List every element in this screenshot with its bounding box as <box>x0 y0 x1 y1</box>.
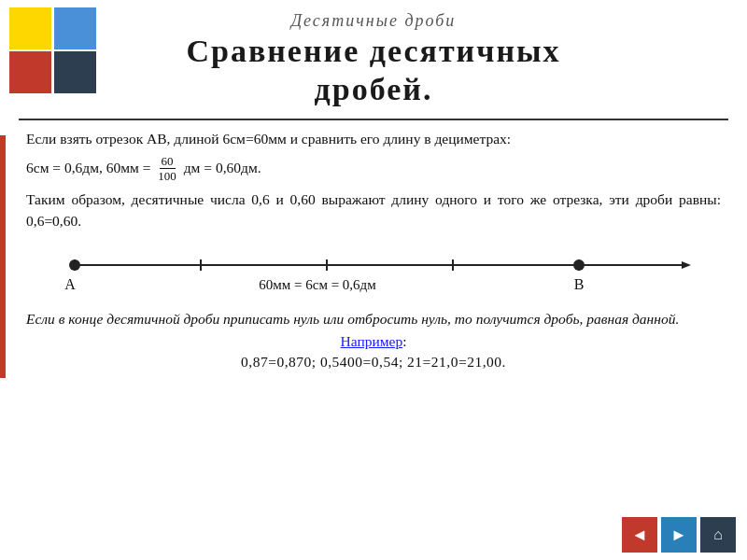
svg-text:60мм = 6см = 0,6дм: 60мм = 6см = 0,6дм <box>259 277 376 292</box>
napr-line: Например: <box>315 331 433 352</box>
slide-header: Десятичные дроби Сравнение десятичных др… <box>0 0 747 113</box>
svg-marker-1 <box>682 261 691 269</box>
napr-link[interactable]: Например <box>341 333 403 349</box>
svg-text:A: A <box>64 276 76 292</box>
nav-next-button[interactable]: ► <box>661 517 697 553</box>
italic-block: Если в конце десятичной дроби приписать … <box>0 304 747 331</box>
paragraph-3: Таким образом, десятичные числа 0,6 и 0,… <box>26 189 721 232</box>
paragraph-1: Если взять отрезок АВ, длиной 6см=60мм и… <box>26 128 721 149</box>
nav-buttons: ◄ ► ⌂ <box>622 517 736 553</box>
sq-blue <box>54 7 96 49</box>
nav-prev-button[interactable]: ◄ <box>622 517 657 553</box>
svg-text:B: B <box>574 276 585 292</box>
napr-colon: : <box>402 333 406 349</box>
nav-home-button[interactable]: ⌂ <box>700 517 736 553</box>
examples-text: 0,87=0,870; 0,5400=0,54; 21=21,0=21,00. <box>241 354 506 370</box>
number-line-container: A B 60мм = 6см = 0,6дм <box>0 241 747 304</box>
sq-red <box>9 51 51 93</box>
slide-subtitle: Десятичные дроби <box>0 11 747 31</box>
deco-squares-topleft <box>0 0 93 112</box>
para3-text: Таким образом, десятичные числа 0,6 и 0,… <box>26 191 721 229</box>
fraction-numerator: 60 <box>160 154 176 170</box>
paragraph-2: 6см = 0,6дм, 60мм = 60 100 дм = 0,60дм. <box>26 154 721 184</box>
para2-pre: 6см = 0,6дм, 60мм = <box>26 160 150 175</box>
para2-post: дм = 0,60дм. <box>184 160 261 175</box>
svg-point-8 <box>573 259 585 271</box>
fraction-60-100: 60 100 <box>156 154 178 184</box>
number-line-svg: A B 60мм = 6см = 0,6дм <box>26 245 721 301</box>
title-line1: Сравнение десятичных <box>186 34 560 68</box>
italic-text: Если в конце десятичной дроби приписать … <box>26 311 679 327</box>
sq-yellow <box>9 7 51 49</box>
slide-title: Сравнение десятичных дробей. <box>0 33 747 109</box>
examples-line: 0,87=0,870; 0,5400=0,54; 21=21,0=21,00. <box>215 352 532 372</box>
sq-dark <box>54 51 96 93</box>
para1-text: Если взять отрезок АВ, длиной 6см=60мм и… <box>26 131 511 147</box>
fraction-denominator: 100 <box>156 169 178 184</box>
title-line2: дробей. <box>315 72 433 106</box>
slide: Десятичные дроби Сравнение десятичных др… <box>0 0 747 560</box>
content-block: Если взять отрезок АВ, длиной 6см=60мм и… <box>0 120 747 241</box>
svg-point-7 <box>69 259 80 271</box>
